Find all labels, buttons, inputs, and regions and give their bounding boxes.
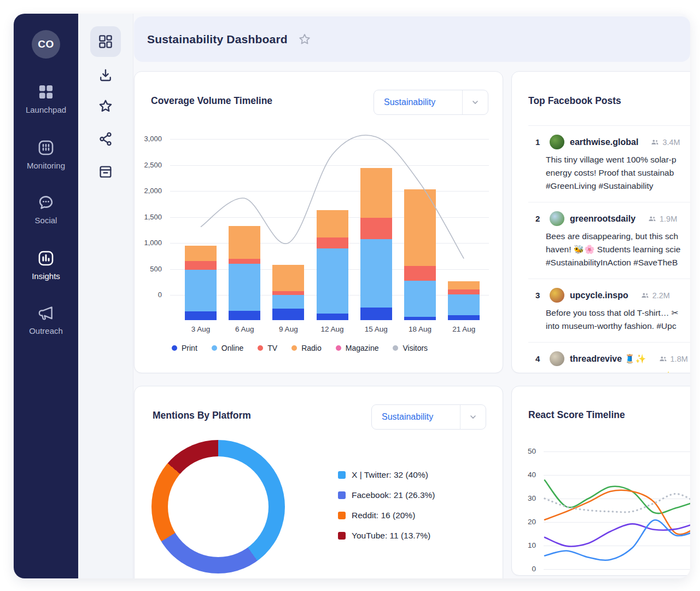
legend-label: Reddit: 16 (20%)	[352, 511, 415, 520]
react-score-lines	[512, 386, 690, 575]
bar-9-aug[interactable]	[272, 265, 304, 320]
legend-swatch	[338, 491, 346, 499]
legend-item-visitors[interactable]: Visitors	[393, 344, 428, 352]
sidebar-item-label: Insights	[32, 271, 60, 281]
legend-label: YouTube: 11 (13.7%)	[352, 531, 430, 541]
bar-21-aug[interactable]	[448, 281, 480, 320]
rail-dashboard-grid-button[interactable]	[90, 26, 121, 57]
app-canvas: CO LaunchpadMonitoringSocialInsightsOutr…	[14, 14, 690, 578]
bar-segment-tv	[185, 261, 217, 270]
post-rank: 3	[535, 291, 544, 300]
people-icon	[648, 214, 657, 223]
sidebar-item-monitoring[interactable]: Monitoring	[14, 138, 78, 180]
y-tick-label: 20	[512, 518, 536, 526]
bar-segment-radio	[448, 281, 480, 289]
legend-item-tv[interactable]: TV	[258, 344, 277, 352]
coverage-volume-timeline-card: Coverage Volume Timeline Sustainability …	[134, 71, 503, 373]
rail-download-button[interactable]	[96, 66, 115, 84]
post-text-line: into museum-worthy fashion. #Upc	[546, 320, 690, 333]
sidebar-item-launchpad[interactable]: Launchpad	[14, 83, 78, 124]
rail-archive-button[interactable]	[96, 163, 115, 181]
gridline	[170, 191, 489, 192]
dropdown-value: Sustainability	[372, 412, 460, 422]
archive-icon	[97, 164, 114, 180]
bar-6-aug[interactable]	[229, 226, 260, 320]
x-tick-label: 12 Aug	[311, 325, 354, 333]
facebook-post[interactable]: 3upcycle.inspo2.2MBefore you toss that o…	[528, 279, 690, 342]
page-header: Sustainability Dashboard	[134, 16, 690, 62]
legend-item-reddit[interactable]: Reddit: 16 (20%)	[338, 509, 435, 522]
bar-15-aug[interactable]	[360, 168, 392, 320]
legend-item-youtube[interactable]: YouTube: 11 (13.7%)	[338, 529, 435, 542]
post-author[interactable]: upcycle.inspo	[570, 291, 628, 300]
y-tick-label: 50	[512, 447, 536, 455]
x-tick-label: 6 Aug	[223, 325, 266, 333]
legend-item-magazine[interactable]: Magazine	[336, 344, 379, 352]
facebook-post[interactable]: 1earthwise.global3.4MThis tiny village w…	[528, 125, 690, 202]
bar-segment-print	[317, 314, 348, 320]
bar-segment-tv	[360, 218, 392, 239]
legend-label: Facebook: 21 (26.3%)	[352, 490, 435, 500]
post-reach: 3.4M	[650, 137, 680, 147]
gridline	[544, 451, 690, 452]
coverage-chart: 05001,0001,5002,0002,5003,0003 Aug6 Aug9…	[135, 72, 503, 373]
mentions-filter-dropdown[interactable]: Sustainability	[371, 404, 486, 430]
legend-item-radio[interactable]: Radio	[291, 344, 322, 352]
bar-segment-print	[229, 311, 260, 320]
y-tick-label: 10	[512, 541, 536, 549]
post-text-line: #SustainabilityInAction #SaveTheB	[546, 256, 690, 269]
post-author[interactable]: earthwise.global	[570, 137, 638, 147]
y-tick-label: 40	[512, 471, 536, 479]
bar-18-aug[interactable]	[404, 189, 436, 320]
bar-segment-tv	[448, 289, 480, 294]
legend-item-x-twitter[interactable]: X | Twitter: 32 (40%)	[338, 468, 435, 482]
post-avatar	[550, 211, 564, 226]
legend-dot	[291, 345, 297, 351]
bar-segment-print	[185, 311, 217, 320]
legend-label: Online	[221, 344, 243, 352]
favorite-star-icon[interactable]	[298, 32, 312, 47]
post-text-line: Bees are disappearing, but this sch	[546, 230, 690, 243]
chevron-down-icon[interactable]	[460, 405, 486, 429]
post-avatar	[550, 351, 564, 366]
bar-segment-tv	[404, 266, 436, 281]
bar-12-aug[interactable]	[317, 210, 348, 320]
bar-segment-tv	[272, 291, 304, 295]
donut-legend: X | Twitter: 32 (40%)Facebook: 21 (26.3%…	[338, 468, 435, 549]
rail-star-button[interactable]	[96, 97, 115, 115]
legend-dot	[172, 345, 177, 351]
post-text-line: This tiny village went 100% solar-p	[546, 153, 690, 166]
legend-item-print[interactable]: Print	[172, 344, 197, 352]
bar-segment-radio	[185, 246, 217, 261]
legend-label: Magazine	[346, 344, 379, 352]
react-chart: 01020304050	[512, 386, 690, 575]
legend-swatch	[338, 532, 346, 540]
legend-dot	[212, 345, 217, 351]
sidebar-item-label: Launchpad	[26, 105, 66, 114]
rail-share-button[interactable]	[96, 130, 115, 148]
dashboard-grid-icon	[97, 33, 114, 50]
download-icon	[97, 67, 114, 83]
sidebar-item-insights[interactable]: Insights	[14, 249, 78, 291]
bar-segment-online	[185, 270, 217, 311]
facebook-post[interactable]: 4threadrevive 🧵✨1.8MDon’t throw it out —…	[528, 342, 690, 373]
y-tick-label: 2,000	[135, 187, 162, 195]
post-author[interactable]: greenrootsdaily	[570, 214, 635, 224]
legend-item-online[interactable]: Online	[212, 344, 243, 352]
bar-segment-online	[448, 294, 480, 315]
legend-item-facebook[interactable]: Facebook: 21 (26.3%)	[338, 489, 435, 502]
avatar[interactable]: CO	[32, 30, 60, 59]
app-window: CO LaunchpadMonitoringSocialInsightsOutr…	[0, 0, 700, 591]
legend-label: Visitors	[402, 344, 428, 352]
post-author[interactable]: threadrevive 🧵✨	[570, 354, 646, 364]
facebook-post[interactable]: 2greenrootsdaily1.9MBees are disappearin…	[528, 202, 690, 279]
bar-segment-print	[272, 309, 304, 320]
y-tick-label: 1,500	[135, 213, 162, 221]
sidebar-item-outreach[interactable]: Outreach	[14, 304, 78, 345]
sidebar-item-social[interactable]: Social	[14, 193, 78, 235]
bar-3-aug[interactable]	[185, 246, 217, 320]
y-tick-label: 1,000	[135, 239, 162, 247]
bar-segment-radio	[272, 265, 304, 291]
gridline	[544, 522, 690, 523]
reach-count: 3.4M	[662, 138, 680, 147]
